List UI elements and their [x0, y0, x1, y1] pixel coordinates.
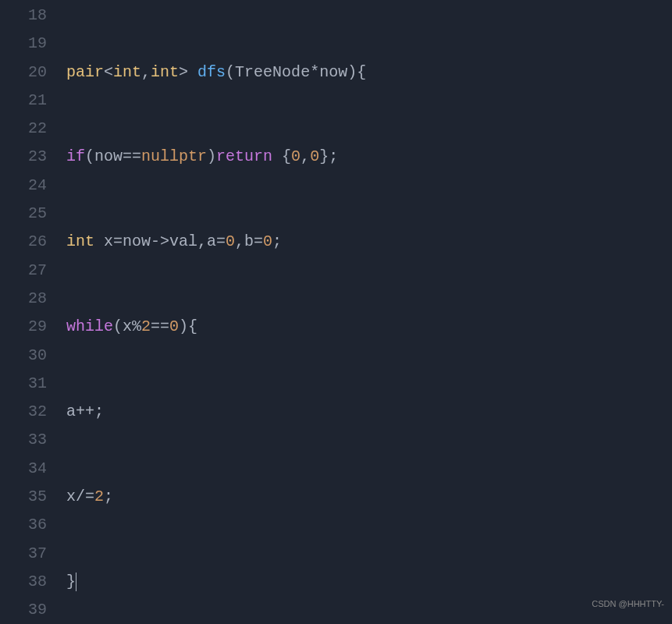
line-number: 38: [0, 568, 47, 596]
line-number: 20: [0, 58, 47, 87]
line-number: 25: [0, 200, 47, 228]
code-line[interactable]: x/=2;: [66, 483, 672, 511]
line-number: 19: [0, 30, 47, 58]
line-number: 32: [0, 398, 47, 426]
line-number: 26: [0, 228, 47, 256]
code-line[interactable]: if(now==nullptr)return {0,0};: [66, 143, 672, 171]
line-number: 21: [0, 87, 47, 115]
code-line[interactable]: a++;: [66, 398, 672, 426]
line-number: 28: [0, 285, 47, 313]
line-number: 22: [0, 115, 47, 143]
line-number: 27: [0, 257, 47, 285]
code-line[interactable]: pair<int,int> dfs(TreeNode*now){: [66, 58, 672, 87]
line-number: 29: [0, 313, 47, 341]
line-number: 37: [0, 540, 47, 568]
line-number: 35: [0, 483, 47, 511]
line-number: 36: [0, 511, 47, 539]
line-number: 24: [0, 172, 47, 200]
code-area[interactable]: pair<int,int> dfs(TreeNode*now){ if(now=…: [66, 2, 672, 624]
line-number: 31: [0, 370, 47, 398]
line-number: 30: [0, 342, 47, 370]
code-editor[interactable]: 18 19 20 21 22 23 24 25 26 27 28 29 30 3…: [0, 0, 672, 624]
line-number: 18: [0, 2, 47, 30]
text-cursor: [76, 573, 76, 591]
line-number-gutter: 18 19 20 21 22 23 24 25 26 27 28 29 30 3…: [0, 2, 66, 624]
code-line[interactable]: }: [66, 568, 672, 596]
line-number: 23: [0, 143, 47, 171]
code-line[interactable]: int x=now->val,a=0,b=0;: [66, 228, 672, 256]
line-number: 34: [0, 455, 47, 483]
line-number: 33: [0, 426, 47, 454]
watermark-text: CSDN @HHHTTY-: [592, 590, 664, 618]
code-line[interactable]: while(x%2==0){: [66, 313, 672, 341]
line-number: 39: [0, 596, 47, 624]
